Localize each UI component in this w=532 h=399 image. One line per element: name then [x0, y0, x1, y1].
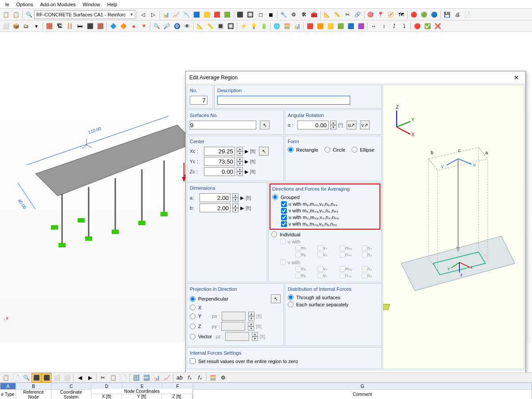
pick-surfaces-icon[interactable]: ↖: [260, 121, 270, 129]
tb-icon[interactable]: 🧱: [44, 21, 54, 31]
tb-icon[interactable]: ✂: [98, 373, 108, 383]
xc-input[interactable]: [204, 147, 235, 156]
tb-icon[interactable]: 📄: [463, 10, 473, 20]
tb-icon[interactable]: 🟦: [192, 10, 202, 20]
g4-check[interactable]: [281, 221, 287, 227]
tb-icon[interactable]: 🔲: [246, 10, 255, 20]
tb-icon[interactable]: ⚡: [239, 21, 248, 31]
no-input[interactable]: [190, 96, 207, 105]
tb-icon[interactable]: 🔤: [141, 373, 151, 383]
individual-radio[interactable]: [271, 231, 277, 237]
tb-icon[interactable]: ❌: [433, 21, 442, 31]
tb-icon[interactable]: 📊: [292, 21, 302, 31]
tb-icon[interactable]: ⬜: [62, 373, 72, 383]
arrow-icon[interactable]: ▶: [245, 149, 248, 154]
tb-icon[interactable]: ⬛: [85, 21, 95, 31]
tb-icon[interactable]: fₓ: [195, 373, 205, 383]
col-b[interactable]: B: [16, 383, 51, 390]
proj-x-radio[interactable]: [190, 305, 196, 310]
a-spinner[interactable]: ▲▼: [232, 193, 239, 202]
tb-icon[interactable]: ◀: [75, 373, 85, 383]
tb-icon[interactable]: 📋: [108, 373, 118, 383]
menu-window[interactable]: Window: [79, 1, 104, 8]
menu-le[interactable]: le: [2, 1, 13, 8]
alpha-spinner[interactable]: ▲▼: [330, 121, 336, 129]
tb-icon[interactable]: 🔗: [353, 10, 363, 20]
zc-spinner[interactable]: ▲▼: [237, 167, 243, 176]
arrow-icon[interactable]: ▶: [245, 159, 248, 164]
tb-icon[interactable]: 📊: [152, 373, 161, 383]
tb-icon[interactable]: 📦: [11, 21, 21, 31]
arrow-icon[interactable]: ▶: [240, 195, 244, 201]
tb-icon[interactable]: 🧮: [282, 21, 292, 31]
col-c[interactable]: C: [51, 383, 91, 390]
tb-icon[interactable]: 🟢: [419, 10, 429, 20]
tb-icon[interactable]: ⚙: [289, 10, 299, 20]
tb-icon[interactable]: ✂: [343, 10, 352, 20]
g3-check[interactable]: [281, 215, 287, 220]
tb-icon[interactable]: ▾: [31, 21, 41, 31]
tb-nav-next[interactable]: ▷: [149, 10, 158, 20]
menu-options[interactable]: Options: [13, 1, 37, 8]
menu-help[interactable]: Help: [104, 1, 121, 8]
tb-icon[interactable]: 🪜: [65, 21, 74, 31]
tb-icon[interactable]: 📐: [322, 10, 332, 20]
tb-icon[interactable]: 🖨: [453, 10, 462, 20]
tb-icon[interactable]: 💾: [442, 10, 452, 20]
tb-icon[interactable]: 🛑: [412, 21, 422, 31]
tb-icon[interactable]: ↔: [369, 21, 379, 31]
tb-icon[interactable]: ⬛: [235, 10, 245, 20]
proj-z-radio[interactable]: [190, 324, 196, 329]
dist-all-radio[interactable]: [288, 294, 293, 300]
proj-vector-radio[interactable]: [190, 334, 196, 340]
g2-check[interactable]: [281, 208, 287, 214]
tb-icon[interactable]: 👁: [182, 21, 192, 31]
pick-proj-icon[interactable]: ↖: [271, 294, 281, 303]
tb-icon[interactable]: ▶: [85, 373, 95, 383]
tb-icon[interactable]: ⬜: [1, 21, 11, 31]
tb-icon[interactable]: 🟫: [95, 21, 105, 31]
tb-icon[interactable]: ⬜: [52, 373, 62, 383]
form-rectangle-radio[interactable]: [288, 147, 293, 153]
tb-icon[interactable]: 🔍: [152, 21, 161, 31]
description-input[interactable]: [217, 96, 350, 105]
tb-icon[interactable]: 📏: [332, 10, 342, 20]
b-spinner[interactable]: ▲▼: [232, 203, 239, 212]
tb-icon[interactable]: 🔵: [430, 10, 439, 20]
tb-icon[interactable]: 🔋: [259, 21, 269, 31]
col-a[interactable]: A: [0, 383, 16, 390]
tb-icon[interactable]: fₓ: [185, 373, 195, 383]
tb-icon[interactable]: 🟧: [315, 21, 325, 31]
ifs-zero-check[interactable]: [190, 358, 196, 364]
tb-icon[interactable]: 🔍: [24, 10, 34, 20]
tb-icon-active[interactable]: ⬛: [31, 373, 41, 383]
tb-icon[interactable]: 🔲: [226, 21, 235, 31]
a-input[interactable]: [200, 193, 231, 202]
tb-icon[interactable]: 🧭: [386, 10, 396, 20]
tb-icon[interactable]: 🟥: [212, 10, 222, 20]
tb-icon[interactable]: 🗂: [21, 21, 31, 31]
tb-icon[interactable]: 🔷: [108, 21, 118, 31]
tb-icon[interactable]: 🔳: [215, 21, 225, 31]
module-combo[interactable]: RF-CONCRETE Surfaces CA1 - Reinforc: [34, 10, 135, 19]
tb-icon[interactable]: 📈: [162, 373, 172, 383]
tb-icon[interactable]: 🌐: [272, 21, 282, 31]
tb-icon[interactable]: ⤴: [389, 21, 399, 31]
tb-icon[interactable]: 🟩: [336, 21, 345, 31]
tb-icon[interactable]: 🔴: [409, 10, 419, 20]
tb-icon[interactable]: 📉: [182, 10, 192, 20]
arrow-icon[interactable]: ▶: [245, 169, 248, 175]
tb-icon[interactable]: 📋: [11, 10, 21, 20]
tb-icon[interactable]: 🎯: [366, 10, 376, 20]
tb-icon[interactable]: ab: [175, 373, 184, 383]
tb-icon[interactable]: 🟩: [223, 10, 232, 20]
tb-icon[interactable]: 🔻: [139, 21, 149, 31]
pick-center-icon[interactable]: ↖: [259, 147, 269, 156]
tb-icon[interactable]: 🔺: [129, 21, 138, 31]
tb-icon[interactable]: ↕: [379, 21, 389, 31]
tb-icon[interactable]: 🔶: [118, 21, 128, 31]
g1-check[interactable]: [281, 201, 287, 207]
tb-icon[interactable]: 🟨: [202, 10, 212, 20]
tb-icon[interactable]: ✅: [422, 21, 432, 31]
align-v-icon[interactable]: v↗: [360, 121, 370, 129]
